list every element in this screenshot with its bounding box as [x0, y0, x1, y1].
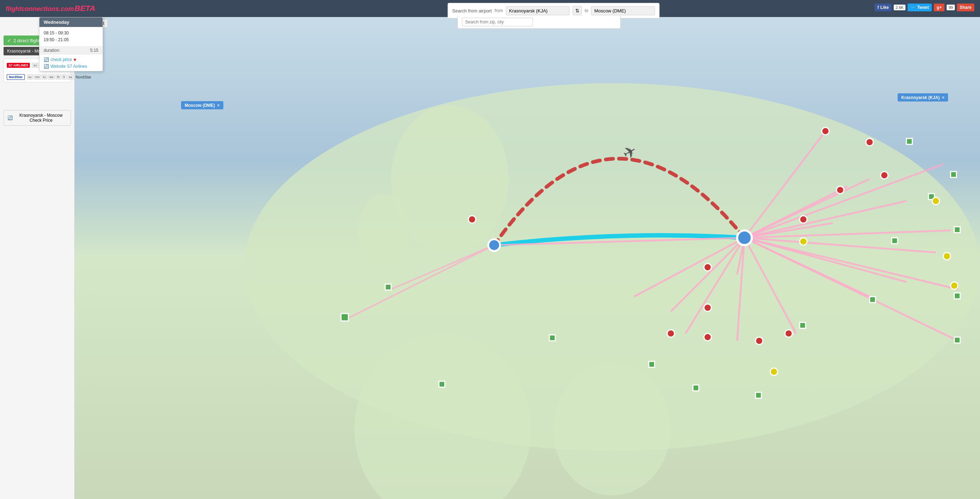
website-link-text: Website S7 Airlines [51, 64, 87, 69]
day-su: su [27, 75, 33, 79]
site-logo: flightconnections.comBETA [6, 4, 95, 13]
airline-row-nordstar: NordStar su mo tu we th fr sa NordStar [4, 72, 71, 82]
moscow-name: Moscow (DME) [185, 103, 215, 108]
time-slot-2: 19:50 - 21:05 [44, 37, 99, 43]
check-price-label: Krasnoyarsk - Moscow Check Price [15, 113, 67, 123]
check-price-icon: 🔄 [8, 115, 13, 120]
logo-beta: BETA [75, 4, 95, 13]
heart-icon: ♥ [73, 57, 76, 62]
day-sa: sa [67, 75, 74, 79]
day-we: we [48, 75, 55, 79]
tooltip-times: 08:15 - 09:30 19:50 - 21:05 [40, 27, 103, 46]
search-label: Search from airport [452, 8, 490, 13]
zip-search-bar [457, 16, 490, 29]
map[interactable]: ✈ [75, 17, 490, 249]
day-su: su [32, 63, 38, 68]
check-price-link-text: check price [51, 57, 72, 62]
header: flightconnections.comBETA [0, 0, 490, 17]
day-tu: tu [42, 75, 48, 79]
duration-label: duration: [44, 48, 60, 53]
zip-search-input[interactable] [462, 18, 490, 26]
day-fr: fr [62, 75, 67, 79]
nordstar-logo: NordStar [7, 74, 25, 80]
logo-text: flightconnections.com [6, 5, 74, 13]
nordstar-name: NordStar [76, 75, 91, 79]
time-slot-1: 08:15 - 09:30 [44, 30, 99, 37]
moscow-label: Moscow (DME) × [181, 101, 223, 109]
flight-tooltip: Wednesday 08:15 - 09:30 19:50 - 21:05 du… [39, 17, 103, 72]
website-icon: 🔄 [44, 64, 49, 69]
s7-logo: S7 AIRLINES [7, 63, 30, 68]
nordstar-days: su mo tu we th fr sa [27, 75, 74, 79]
check-icon: ✓ [7, 38, 11, 43]
day-th: th [56, 75, 61, 79]
moscow-close[interactable]: × [217, 103, 220, 108]
tooltip-header: Wednesday [40, 17, 103, 27]
duration-value: 5:15 [90, 48, 99, 53]
tooltip-duration: duration: 5:15 [40, 46, 103, 55]
tooltip-day: Wednesday [44, 19, 69, 25]
check-price-refresh-icon: 🔄 [44, 57, 49, 62]
map-background [75, 17, 490, 249]
website-link[interactable]: 🔄 Website S7 Airlines [44, 64, 99, 69]
tooltip-actions: 🔄 check price ♥ 🔄 Website S7 Airlines [40, 55, 103, 71]
day-mo: mo [34, 75, 41, 79]
check-price-button[interactable]: 🔄 Krasnoyarsk - Moscow Check Price [3, 110, 71, 126]
check-price-link[interactable]: 🔄 check price ♥ [44, 57, 99, 62]
